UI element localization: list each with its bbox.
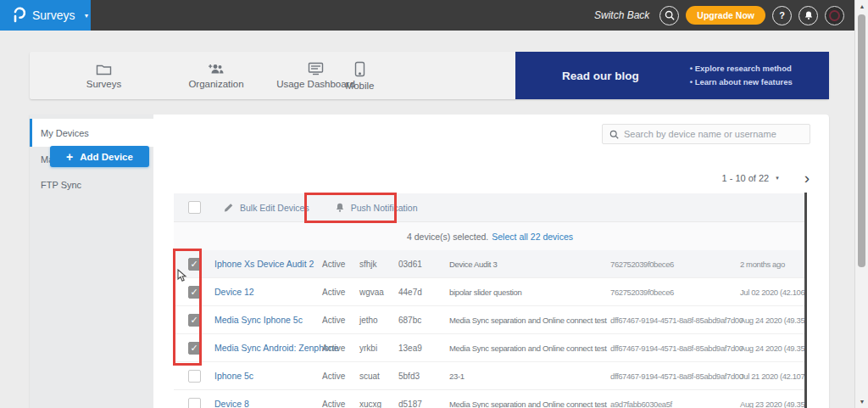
device-username: jetho bbox=[359, 316, 398, 325]
scrollbar-thumb[interactable] bbox=[858, 14, 865, 267]
device-username: scuat bbox=[359, 372, 398, 381]
next-page-chevron[interactable]: › bbox=[804, 172, 810, 184]
avatar-image bbox=[829, 10, 840, 21]
table-row: ✓ Iphone Xs Device Audit 2 Active sfhjk … bbox=[174, 250, 806, 278]
table-row: ✓ Iphone 5c Active scuat 5bfd3 23-1 dff6… bbox=[174, 362, 806, 390]
table-toolbar: ✓ Bulk Edit Devices Push Notification bbox=[174, 193, 806, 222]
device-name-link[interactable]: Iphone Xs Device Audit 2 bbox=[214, 259, 314, 269]
table-row: ✓ Media Sync Android: Zenphone Active yr… bbox=[174, 334, 806, 362]
device-status: Active bbox=[322, 260, 359, 269]
device-name-link[interactable]: Device 8 bbox=[214, 399, 249, 408]
content-panel: My Devices Manual Sync FTP Sync + Add De… bbox=[30, 115, 829, 408]
device-survey: Media Sync separation and Online connect… bbox=[449, 316, 610, 325]
search-icon bbox=[609, 130, 619, 139]
tab-label: Surveys bbox=[86, 79, 122, 89]
device-last-sync: Aug 24 2020 (49.35.5 bbox=[740, 344, 806, 353]
device-last-sync: 2 months ago bbox=[740, 260, 806, 269]
page-size-caret-icon[interactable]: ▾ bbox=[774, 173, 781, 183]
device-id: dff67467-9194-4571-8a8f-85abd9af7d00 bbox=[610, 372, 740, 381]
pagination: 1 - 10 of 22 ▾ › bbox=[572, 169, 810, 187]
question-mark-icon: ? bbox=[779, 10, 785, 20]
device-id: 762752039f0bece6 bbox=[610, 260, 740, 269]
device-status: Active bbox=[322, 288, 359, 297]
table-row: ✓ Media Sync Iphone 5c Active jetho 687b… bbox=[174, 306, 806, 334]
device-status: Active bbox=[322, 344, 359, 353]
add-device-button[interactable]: + Add Device bbox=[50, 146, 149, 167]
device-username: yrkbi bbox=[359, 344, 398, 353]
tab-organization[interactable]: Organization bbox=[165, 52, 267, 99]
device-code: d5187 bbox=[398, 400, 449, 408]
select-all-link[interactable]: Select all 22 devices bbox=[492, 232, 573, 242]
table-right-border bbox=[804, 193, 807, 408]
device-status: Active bbox=[322, 372, 359, 381]
devices-table: ✓ Bulk Edit Devices Push Notification 4 … bbox=[174, 193, 806, 408]
product-menu-label: Surveys bbox=[32, 8, 75, 22]
device-code: 03d61 bbox=[398, 260, 449, 269]
row-checkbox[interactable]: ✓ bbox=[188, 398, 201, 408]
selected-count-text: 4 device(s) selected. bbox=[407, 232, 488, 242]
folder-icon bbox=[96, 63, 112, 75]
device-last-sync: Jul 21 2020 (42.107.6 bbox=[740, 372, 806, 381]
annotation-box-push-notification bbox=[304, 193, 397, 223]
tab-mobile[interactable]: Mobile bbox=[301, 52, 419, 99]
table-row: ✓ Device 8 Active xucxg d5187 Media Sync… bbox=[174, 390, 806, 408]
device-code: 44e7d bbox=[398, 288, 449, 297]
search-input[interactable] bbox=[624, 129, 803, 139]
device-id: dff67467-9194-4571-8a8f-85abd9af7d00 bbox=[610, 344, 740, 353]
selection-summary: 4 device(s) selected. Select all 22 devi… bbox=[174, 222, 806, 250]
help-button[interactable]: ? bbox=[772, 6, 792, 25]
select-all-checkbox[interactable]: ✓ bbox=[188, 201, 201, 214]
device-code: 13ea9 bbox=[398, 344, 449, 353]
page-scrollbar[interactable]: ▲ ▼ bbox=[854, 0, 868, 408]
device-name-link[interactable]: Iphone 5c bbox=[214, 371, 253, 381]
device-survey: Media Sync separation and Online connect… bbox=[449, 400, 610, 408]
mouse-cursor-icon bbox=[177, 269, 187, 282]
pencil-icon bbox=[223, 202, 234, 213]
device-username: wgvaa bbox=[359, 288, 398, 297]
scrollbar-down-icon[interactable]: ▼ bbox=[855, 399, 868, 405]
top-bar: Surveys ▼ Switch Back Upgrade Now ? bbox=[0, 0, 868, 31]
user-avatar[interactable] bbox=[825, 6, 844, 25]
device-username: sfhjk bbox=[359, 260, 398, 269]
bulk-edit-devices-button[interactable]: Bulk Edit Devices bbox=[223, 202, 309, 213]
row-checkbox[interactable]: ✓ bbox=[188, 370, 201, 383]
device-id: 762752039f0bece6 bbox=[610, 288, 740, 297]
device-code: 5bfd3 bbox=[398, 372, 449, 381]
search-button[interactable] bbox=[659, 6, 679, 25]
notifications-button[interactable] bbox=[798, 6, 818, 25]
add-device-label: Add Device bbox=[80, 152, 133, 162]
device-status: Active bbox=[322, 400, 359, 408]
scrollbar-up-icon[interactable]: ▲ bbox=[855, 3, 868, 9]
people-plus-icon bbox=[207, 63, 225, 75]
sidebar-item-my-devices[interactable]: My Devices bbox=[30, 119, 153, 147]
device-survey: Device Audit 3 bbox=[449, 260, 610, 269]
tab-label: Organization bbox=[188, 79, 243, 89]
device-name-link[interactable]: Media Sync Android: Zenphone bbox=[214, 343, 339, 353]
device-survey: bipolar slider question bbox=[449, 288, 610, 297]
device-last-sync: Jul 02 2020 (42.106.2 bbox=[740, 288, 806, 297]
banner-bullet: Learn about new features bbox=[690, 75, 793, 89]
logo-icon bbox=[13, 6, 25, 25]
sidebar-item-ftp-sync[interactable]: FTP Sync bbox=[30, 172, 153, 198]
tab-surveys[interactable]: Surveys bbox=[42, 52, 165, 99]
product-menu[interactable]: Surveys ▼ bbox=[0, 0, 91, 31]
blog-banner[interactable]: Read our blog Explore research method Le… bbox=[515, 52, 829, 99]
device-name-link[interactable]: Media Sync Iphone 5c bbox=[214, 315, 303, 325]
sidebar-item-label: FTP Sync bbox=[41, 180, 81, 190]
device-survey: 23-1 bbox=[449, 372, 610, 381]
table-row: ✓ Device 12 Active wgvaa 44e7d bipolar s… bbox=[174, 278, 806, 306]
banner-bullet: Explore research method bbox=[690, 62, 793, 75]
device-username: xucxg bbox=[359, 400, 398, 408]
smartphone-icon bbox=[354, 61, 365, 77]
device-code: 687bc bbox=[398, 316, 449, 325]
chevron-down-icon: ▼ bbox=[84, 13, 90, 19]
device-status: Active bbox=[322, 316, 359, 325]
upgrade-now-button[interactable]: Upgrade Now bbox=[686, 6, 765, 25]
topbar-actions: Switch Back Upgrade Now ? bbox=[594, 0, 844, 31]
device-name-link[interactable]: Device 12 bbox=[214, 287, 254, 297]
switch-back-link[interactable]: Switch Back bbox=[594, 9, 649, 21]
app-root: Surveys ▼ Switch Back Upgrade Now ? bbox=[0, 0, 868, 408]
sidebar-item-label: My Devices bbox=[41, 128, 89, 138]
banner-bullet-list: Explore research method Learn about new … bbox=[690, 62, 793, 89]
annotation-box-checkboxes bbox=[173, 249, 202, 366]
